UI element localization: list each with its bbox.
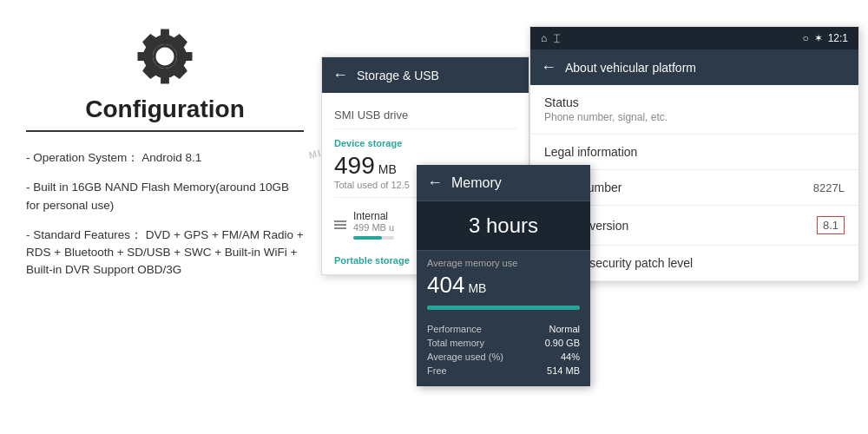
internal-sub: 499 MB u xyxy=(353,222,394,233)
about-model-value: 8227L xyxy=(813,181,845,194)
left-panel: Configuration - Operation System： Androi… xyxy=(26,26,304,292)
about-back-arrow[interactable]: ← xyxy=(541,58,556,76)
home-icon: ⌂ xyxy=(541,32,547,44)
memory-header: ← Memory xyxy=(417,165,590,201)
storage-title: Storage & USB xyxy=(357,69,439,82)
status-time: 12:1 xyxy=(828,32,848,44)
internal-progress-fill xyxy=(353,236,382,240)
memory-title: Memory xyxy=(451,175,502,191)
stat-label-performance: Performance xyxy=(427,324,482,334)
internal-info: Internal 499 MB u xyxy=(353,210,394,240)
about-legal-title: Legal information xyxy=(544,145,845,159)
stat-val-total: 0.90 GB xyxy=(545,338,580,348)
stat-label-avg-used: Average used (%) xyxy=(427,352,503,362)
memory-overlay: ← Memory 3 hours Average memory use 404 … xyxy=(417,165,590,386)
icon-line-3 xyxy=(334,227,346,229)
stat-label-total: Total memory xyxy=(427,338,484,348)
gear-icon-container xyxy=(26,26,304,87)
memory-back-arrow[interactable]: ← xyxy=(427,174,443,192)
memory-avg-value: 404 MB xyxy=(417,270,590,306)
bluetooth-icon: ✶ xyxy=(814,32,823,44)
about-status-title: Status xyxy=(544,95,845,109)
storage-internal-icon xyxy=(334,220,346,229)
stat-label-free: Free xyxy=(427,365,447,376)
memory-stats: Performance Normal Total memory 0.90 GB … xyxy=(417,317,590,386)
config-title: Configuration xyxy=(26,95,304,123)
device-storage-label: Device storage xyxy=(334,138,516,148)
config-item-memory: - Built in 16GB NAND Flash Memory(around… xyxy=(26,179,304,214)
memory-hours: 3 hours xyxy=(417,201,590,251)
android-version-box: 8.1 xyxy=(817,216,845,234)
config-divider xyxy=(26,130,304,132)
icon-line-2 xyxy=(334,224,346,226)
icon-line-1 xyxy=(334,220,346,222)
internal-label: Internal xyxy=(353,210,394,222)
config-item-os: - Operation System： Android 8.1 xyxy=(26,149,304,167)
storage-big-num: 499 xyxy=(334,152,375,180)
memory-stat-performance: Performance Normal xyxy=(427,322,580,336)
about-status-bar: ⌂ ⌶ ○ ✶ 12:1 xyxy=(530,27,858,49)
stat-val-free: 514 MB xyxy=(547,365,580,376)
memory-stat-free: Free 514 MB xyxy=(427,364,580,378)
config-item-features: - Standard Features： DVD + GPS + FM/AM R… xyxy=(26,227,304,279)
stat-val-avg-used: 44% xyxy=(561,352,580,362)
location-icon: ○ xyxy=(802,32,808,44)
usb-icon: ⌶ xyxy=(554,32,560,44)
stat-val-performance: Normal xyxy=(549,324,580,334)
gear-icon xyxy=(135,26,195,87)
memory-avg-big: 404 xyxy=(427,272,464,299)
about-status-sub: Phone number, signal, etc. xyxy=(544,111,845,123)
memory-progress-bar xyxy=(427,306,580,310)
storage-back-arrow[interactable]: ← xyxy=(332,66,348,84)
internal-progress-container xyxy=(353,236,394,240)
smi-usb-label: SMI USB drive xyxy=(334,102,516,129)
memory-stat-avg-used: Average used (%) 44% xyxy=(427,350,580,364)
about-title: About vehicular platform xyxy=(565,61,696,75)
storage-unit: MB xyxy=(378,162,397,176)
memory-stat-total: Total memory 0.90 GB xyxy=(427,336,580,350)
config-list: - Operation System： Android 8.1 - Built … xyxy=(26,149,304,279)
about-header: ← About vehicular platform xyxy=(530,49,858,85)
status-bar-left: ⌂ ⌶ xyxy=(541,32,560,44)
memory-avg-unit: MB xyxy=(468,281,486,295)
memory-avg-label: Average memory use xyxy=(417,251,590,270)
status-bar-right: ○ ✶ 12:1 xyxy=(802,32,848,44)
storage-header: ← Storage & USB xyxy=(322,57,529,93)
about-item-status[interactable]: Status Phone number, signal, etc. xyxy=(530,85,858,135)
